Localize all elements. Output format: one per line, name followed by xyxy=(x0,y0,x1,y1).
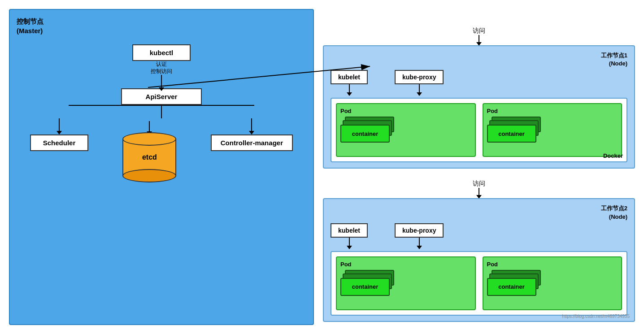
master-inner: kubectl 认证 控制访问 ApiServer xyxy=(17,40,306,182)
node2-pod1-container-front: container xyxy=(340,278,390,296)
etcd-label: etcd xyxy=(142,153,157,161)
node2-header: kubelet kube-proxy xyxy=(331,223,627,247)
node1-header: kubelet kube-proxy xyxy=(331,70,627,93)
node1-wrapper: 访问 工作节点1 (Node) kubelet xyxy=(323,27,635,169)
work-node-1-title: 工作节点1 (Node) xyxy=(331,52,627,68)
controller-box: Controller-manager xyxy=(211,134,293,151)
node2-access-label: 访问 xyxy=(473,180,485,188)
node1-kubelet-col: kubelet xyxy=(331,70,368,93)
node1-access: 访问 xyxy=(323,27,635,43)
node2-pod2-container-front: container xyxy=(487,278,536,296)
node1-access-label: 访问 xyxy=(473,27,485,35)
master-node: 控制节点 (Master) kubectl 认证 控制访问 xyxy=(9,9,314,325)
branch-line xyxy=(161,105,162,118)
node1-pod1-container-front: container xyxy=(340,125,390,143)
diagram-wrapper: 控制节点 (Master) kubectl 认证 控制访问 xyxy=(0,0,644,334)
node2-kubelet-box: kubelet xyxy=(331,223,368,238)
node2-kubeproxy-box: kube-proxy xyxy=(395,223,444,238)
etcd-cylinder: etcd xyxy=(122,132,176,182)
auth-text: 认证 控制访问 xyxy=(151,61,172,75)
node1-pod2-label: Pod xyxy=(487,108,618,114)
work-node-1: 工作节点1 (Node) kubelet xyxy=(323,45,635,169)
master-title: 控制节点 (Master) xyxy=(17,17,306,35)
auth-arrow-label: 认证 控制访问 xyxy=(151,61,172,88)
node1-kubelet-box: kubelet xyxy=(331,70,368,84)
scheduler-box: Scheduler xyxy=(30,134,88,151)
node1-pod2: Pod container xyxy=(483,103,622,157)
node2-pods-area: Pod container Pod xyxy=(331,251,627,316)
node1-kubeproxy-col: kube-proxy xyxy=(395,70,444,93)
node2-wrapper: 访问 工作节点2 (Node) kubelet xyxy=(323,180,635,321)
etcd-bottom xyxy=(122,169,176,182)
branches: Scheduler etcd xyxy=(17,118,306,182)
node1-pod1-label: Pod xyxy=(340,108,471,114)
work-node-2-title: 工作节点2 (Node) xyxy=(331,204,627,221)
node1-pod1-containers: container xyxy=(340,117,471,150)
node2-access: 访问 xyxy=(323,180,635,196)
work-node-2: 工作节点2 (Node) kubelet xyxy=(323,198,635,321)
scheduler-col: Scheduler xyxy=(30,118,88,151)
node1-pod2-container-front: container xyxy=(487,125,536,143)
controller-col: Controller-manager xyxy=(211,118,293,151)
etcd-arrow xyxy=(149,121,150,132)
node2-pod2: Pod container xyxy=(483,256,622,310)
node1-kubeproxy-box: kube-proxy xyxy=(395,70,444,84)
node2-kubeproxy-col: kube-proxy xyxy=(395,223,444,247)
node2-pod1-label: Pod xyxy=(340,261,471,268)
docker-label: Docker xyxy=(603,152,623,159)
etcd-col: etcd xyxy=(122,118,176,182)
etcd-wrapper: etcd xyxy=(122,121,176,182)
node2-kubelet-col: kubelet xyxy=(331,223,368,247)
kubectl-box: kubectl xyxy=(132,44,191,61)
url-text: https://blog.csdn.net/m469734935 xyxy=(562,314,630,319)
node1-pod2-containers: container xyxy=(487,117,618,150)
node2-pod2-label: Pod xyxy=(487,261,618,268)
node2-pod1: Pod container xyxy=(336,256,476,310)
node2-pod1-containers: container xyxy=(340,270,471,304)
node1-pods-area: Pod container Pod xyxy=(331,98,627,162)
node2-pod2-containers: container xyxy=(487,270,618,304)
node1-pod1: Pod container xyxy=(336,103,476,157)
right-panel: 访问 工作节点1 (Node) kubelet xyxy=(323,9,635,325)
